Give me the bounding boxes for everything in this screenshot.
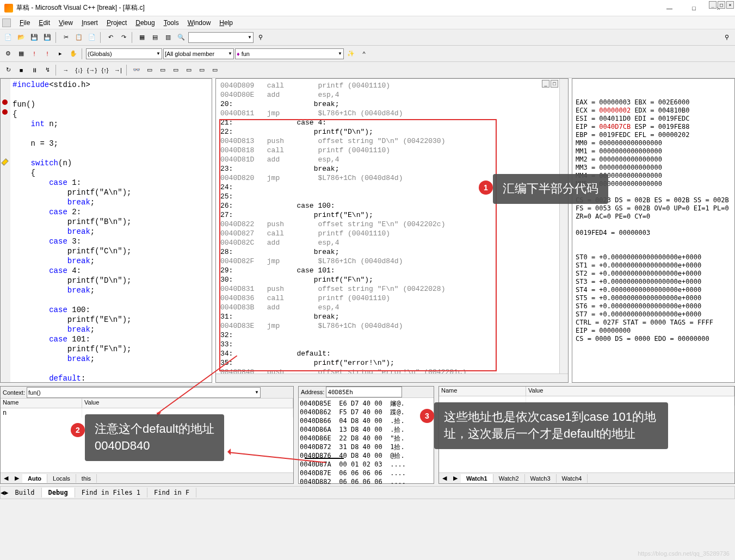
tab-debug[interactable]: Debug: [42, 488, 75, 497]
breakpoint-icon[interactable]: [2, 109, 8, 115]
menu-tools[interactable]: Tools: [159, 18, 183, 28]
registers-icon[interactable]: ▭: [170, 64, 182, 76]
col-name[interactable]: Name: [1, 399, 82, 408]
step-into-icon[interactable]: {↓}: [73, 64, 85, 76]
col-name[interactable]: Name: [439, 387, 526, 396]
find-next-icon[interactable]: ⚲: [255, 32, 267, 43]
tab-watch2[interactable]: Watch2: [493, 474, 525, 483]
menu-debug[interactable]: Debug: [131, 18, 159, 28]
help-icon[interactable]: ⚲: [721, 32, 733, 43]
pane-min-icon[interactable]: _: [542, 80, 549, 88]
restart-debugger-icon[interactable]: ↻: [2, 64, 14, 76]
open-icon[interactable]: 📂: [15, 32, 27, 43]
tab-build[interactable]: Build: [8, 488, 41, 497]
tab-next-icon[interactable]: ▶: [4, 489, 8, 496]
build-icon[interactable]: ▦: [15, 48, 27, 60]
save-all-icon[interactable]: 💾: [41, 32, 53, 43]
redo-icon[interactable]: ↷: [118, 32, 129, 43]
titlebar: 草稿 - Microsoft Visual C++ [break] - [草稿.…: [0, 0, 735, 16]
cut-icon[interactable]: ✂: [60, 32, 72, 43]
quickwatch-icon[interactable]: 👓: [131, 64, 143, 76]
memory-dump[interactable]: 0040D85E E6 D7 40 00 嬸@. 0040D862 F5 D7 …: [299, 398, 434, 487]
window-list-icon[interactable]: ▥: [162, 32, 174, 43]
save-icon[interactable]: 💾: [28, 32, 40, 43]
callout-2: 注意这个default的地址 0040D840: [85, 414, 224, 461]
execute-icon[interactable]: !: [41, 48, 53, 60]
function-combo[interactable]: ♦ fun▼: [235, 48, 344, 59]
step-over-icon[interactable]: {→}: [86, 64, 98, 76]
context-combo[interactable]: fun()▼: [27, 387, 261, 398]
menu-project[interactable]: Project: [102, 18, 131, 28]
menu-view[interactable]: View: [54, 18, 77, 28]
menu-insert[interactable]: Insert: [77, 18, 102, 28]
system-menu-icon[interactable]: [2, 18, 11, 27]
compile-icon[interactable]: ⚙: [2, 48, 14, 60]
tab-watch1[interactable]: Watch1: [461, 474, 493, 483]
paste-icon[interactable]: 📄: [86, 32, 98, 43]
apply-changes-icon[interactable]: ↯: [41, 64, 53, 76]
output-icon[interactable]: ▤: [149, 32, 161, 43]
app-icon: [4, 4, 13, 13]
vertical-scrollbar[interactable]: [559, 79, 568, 374]
disassembly-pane[interactable]: _□× 0040D809 call printf (00401110) 0040…: [215, 78, 569, 383]
tab-auto[interactable]: Auto: [22, 474, 47, 483]
menu-edit[interactable]: Edit: [34, 18, 54, 28]
badge-3: 3: [420, 409, 434, 423]
callout-1: 汇编下半部分代码: [493, 174, 608, 204]
break-icon[interactable]: ⏸: [28, 64, 40, 76]
callout-3: 这些地址也是依次case1到case 101的地址，这次最后一个才是defaul…: [434, 402, 668, 449]
new-file-icon[interactable]: 📄: [2, 32, 14, 43]
stop-build-icon[interactable]: !: [28, 48, 40, 60]
find-combo[interactable]: ▼: [188, 32, 254, 43]
scope-combo[interactable]: (Globals)▼: [86, 48, 162, 59]
menu-file[interactable]: FFileile: [15, 18, 34, 28]
tab-prev-icon[interactable]: ◀: [1, 489, 4, 496]
undo-icon[interactable]: ↶: [104, 32, 116, 43]
disassembly-icon[interactable]: ▭: [209, 64, 221, 76]
arrow-head-icon: [224, 449, 231, 455]
tab-prev-icon[interactable]: ◀: [1, 474, 11, 483]
tab-find1[interactable]: Find in Files 1: [75, 488, 147, 497]
show-next-icon[interactable]: →: [60, 64, 72, 76]
callstack-icon[interactable]: ▭: [196, 64, 208, 76]
horizontal-scrollbar[interactable]: [216, 374, 568, 382]
current-line-icon: [1, 158, 8, 165]
registers-pane[interactable]: _□× EAX = 00000003 EBX = 002E6000 ECX = …: [572, 78, 735, 383]
toggle-bp-icon[interactable]: ✋: [67, 48, 79, 60]
maximize-button[interactable]: □: [682, 1, 706, 16]
variables-icon[interactable]: ▭: [157, 64, 169, 76]
pane-max-icon[interactable]: □: [551, 80, 558, 88]
disassembly-text[interactable]: 0040D809 call printf (00401110) 0040D80E…: [216, 79, 568, 374]
watermark: https://blog.csdn.net/qq_35289736: [638, 550, 730, 557]
tab-watch3[interactable]: Watch3: [525, 474, 557, 483]
tab-locals[interactable]: Locals: [47, 474, 76, 483]
menu-help[interactable]: Help: [215, 18, 237, 28]
tab-next-icon[interactable]: ▶: [11, 474, 22, 483]
wizard-icon[interactable]: ✨: [345, 48, 357, 60]
tab-this[interactable]: this: [76, 474, 97, 483]
memory-panel: Address: 0040D85E E6 D7 40 00 嬸@. 0040D8…: [298, 386, 434, 484]
menu-window[interactable]: Window: [183, 18, 215, 28]
source-pane[interactable]: #include<stdio.h> fun() { int n; n = 3; …: [0, 78, 212, 383]
step-out-icon[interactable]: {↑}: [99, 64, 111, 76]
watch-icon[interactable]: ▭: [144, 64, 156, 76]
breakpoint-icon[interactable]: [2, 99, 8, 105]
workspace-icon[interactable]: ▦: [136, 32, 148, 43]
copy-icon[interactable]: 📋: [73, 32, 85, 43]
source-text[interactable]: #include<stdio.h> fun() { int n; n = 3; …: [1, 79, 212, 383]
run-to-cursor-icon[interactable]: →|: [112, 64, 124, 76]
tab-next-icon[interactable]: ▶: [450, 474, 461, 483]
address-input[interactable]: [326, 387, 402, 397]
go-icon[interactable]: ▸: [54, 48, 66, 60]
col-value[interactable]: Value: [82, 399, 293, 408]
tab-find2[interactable]: Find in F: [147, 488, 196, 497]
minimize-button[interactable]: —: [657, 1, 682, 16]
tab-watch4[interactable]: Watch4: [557, 474, 588, 483]
find-icon[interactable]: 🔍: [175, 32, 187, 43]
memory-icon[interactable]: ▭: [183, 64, 195, 76]
tab-prev-icon[interactable]: ◀: [439, 474, 450, 483]
stop-debug-icon[interactable]: ■: [15, 64, 27, 76]
new-class-icon[interactable]: ^: [358, 48, 370, 60]
members-combo[interactable]: [All global member▼: [163, 48, 234, 59]
col-value[interactable]: Value: [526, 387, 734, 396]
